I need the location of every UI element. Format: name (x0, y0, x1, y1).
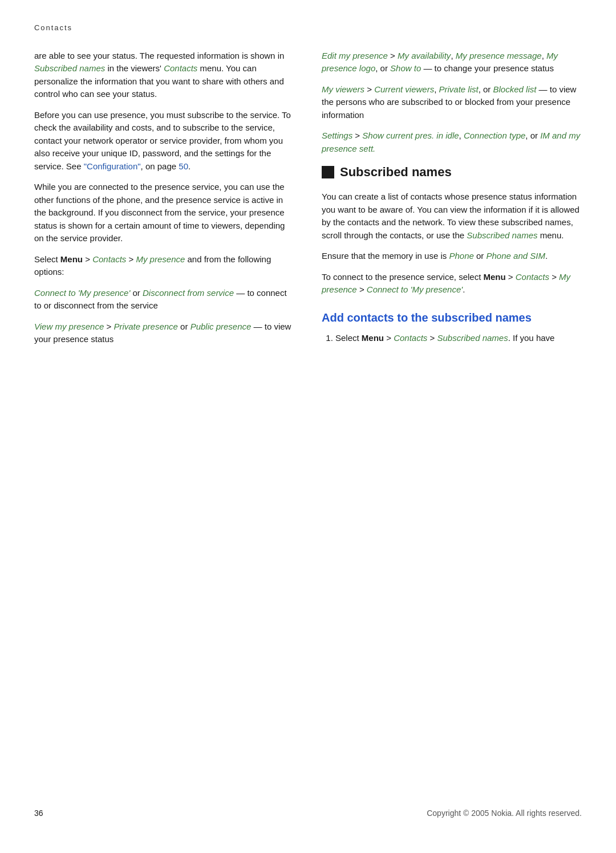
left-column: are able to see your status. The request… (34, 50, 294, 794)
section-heading-text: Subscribed names (340, 163, 452, 181)
my-availability-link: My availability (398, 51, 451, 60)
page: Contacts are able to see your status. Th… (0, 0, 616, 853)
show-current-pres-link: Show current pres. in idle (362, 131, 459, 140)
option-settings: Settings > Show current pres. in idle, C… (322, 129, 582, 155)
edit-my-presence-link: Edit my presence (322, 51, 388, 60)
contacts-italic1: Contacts (92, 254, 126, 264)
para-create-list: You can create a list of contacts whose … (322, 190, 582, 242)
config-link[interactable]: "Configuration" (84, 161, 141, 171)
page-link-50[interactable]: 50 (179, 161, 188, 171)
para-memory: Ensure that the memory in use is Phone o… (322, 250, 582, 263)
connection-type-link: Connection type (464, 131, 525, 140)
option-view: View my presence > Private presence or P… (34, 320, 294, 346)
heading-square-icon (322, 166, 334, 178)
page-number: 36 (34, 807, 43, 819)
disconnect-service-link: Disconnect from service (143, 288, 234, 298)
my-presence-message-link: My presence message (456, 51, 542, 60)
option-viewers: My viewers > Current viewers, Private li… (322, 83, 582, 122)
menu-bold3: Menu (362, 333, 384, 343)
menu-bold1: Menu (60, 254, 83, 264)
para-status: are able to see your status. The request… (34, 50, 294, 101)
two-column-layout: are able to see your status. The request… (34, 50, 582, 794)
header-text: Contacts (34, 23, 72, 32)
option-edit: Edit my presence > My availability, My p… (322, 50, 582, 75)
show-to-link: Show to (390, 63, 421, 73)
connect-my-presence-link: Connect to 'My presence' (367, 285, 463, 294)
phone-link: Phone (449, 251, 473, 261)
view-my-presence-link: View my presence (34, 322, 104, 331)
page-header: Contacts (34, 23, 582, 34)
right-column: Edit my presence > My availability, My p… (322, 50, 582, 794)
para-connect-service: To connect to the presence service, sele… (322, 271, 582, 296)
contacts-link1: Contacts (164, 63, 197, 73)
numbered-list: Select Menu > Contacts > Subscribed name… (322, 332, 582, 345)
public-presence-link: Public presence (191, 322, 252, 331)
current-viewers-link: Current viewers (374, 84, 434, 94)
subscribed-names-link3: Subscribed names (437, 333, 508, 343)
subscribed-names-heading: Subscribed names (322, 163, 582, 181)
menu-bold2: Menu (483, 272, 505, 282)
phone-sim-link: Phone and SIM (487, 251, 545, 261)
list-item-1: Select Menu > Contacts > Subscribed name… (335, 332, 582, 345)
my-presence-italic1: My presence (136, 254, 185, 264)
connect-presence-link: Connect to 'My presence' (34, 288, 130, 298)
option-view-text: View my presence > Private presence or P… (34, 320, 294, 346)
contacts-italic3: Contacts (394, 333, 427, 343)
option-edit-text: Edit my presence > My availability, My p… (322, 50, 582, 75)
blocked-list-link: Blocked list (493, 84, 537, 94)
option-settings-text: Settings > Show current pres. in idle, C… (322, 129, 582, 155)
subscribed-names-link2: Subscribed names (467, 230, 537, 240)
settings-link: Settings (322, 131, 352, 140)
para-connected: While you are connected to the presence … (34, 181, 294, 245)
para-select-menu: Select Menu > Contacts > My presence and… (34, 253, 294, 279)
page-footer: 36 Copyright © 2005 Nokia. All rights re… (34, 794, 582, 819)
my-viewers-link: My viewers (322, 84, 364, 94)
private-presence-link: Private presence (114, 322, 178, 331)
private-list-link: Private list (439, 84, 479, 94)
option-connect-text: Connect to 'My presence' or Disconnect f… (34, 287, 294, 312)
para-subscribe: Before you can use presence, you must su… (34, 109, 294, 173)
subscribed-names-link1: Subscribed names (34, 63, 105, 73)
option-connect: Connect to 'My presence' or Disconnect f… (34, 287, 294, 312)
copyright-text: Copyright © 2005 Nokia. All rights reser… (427, 807, 582, 819)
add-contacts-heading: Add contacts to the subscribed names (322, 310, 582, 325)
option-viewers-text: My viewers > Current viewers, Private li… (322, 83, 582, 122)
contacts-italic2: Contacts (516, 272, 549, 282)
